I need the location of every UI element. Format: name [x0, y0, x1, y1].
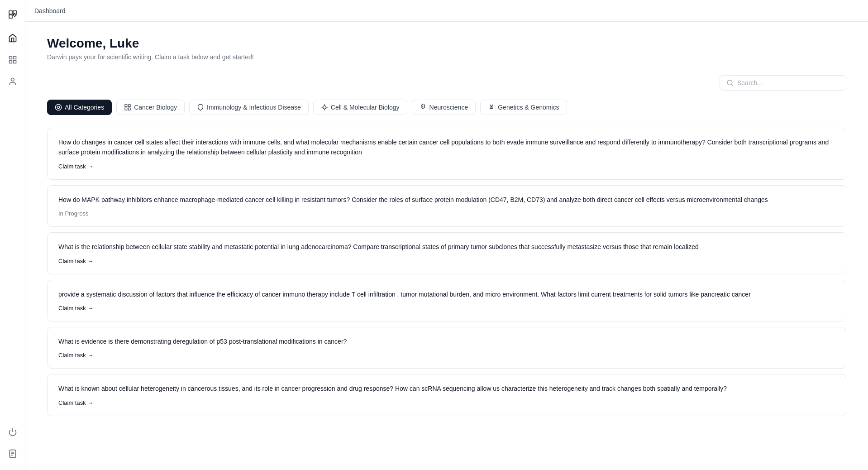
category-filters: All Categories Cancer Biology Immunology… — [47, 100, 846, 115]
content-area: Welcome, Luke Darwin pays your for scien… — [25, 22, 868, 470]
task-text: How do changes in cancer cell states aff… — [58, 137, 835, 158]
sidebar-grid-icon[interactable] — [4, 51, 22, 69]
welcome-subtitle: Darwin pays your for scientific writing.… — [47, 53, 846, 61]
claim-task-link[interactable]: Claim task → — [58, 399, 93, 406]
sidebar-home-icon[interactable] — [4, 29, 22, 47]
category-cell[interactable]: Cell & Molecular Biology — [313, 100, 407, 115]
task-row: How do changes in cancer cell states aff… — [47, 128, 846, 180]
task-text: What is the relationship between cellula… — [58, 242, 835, 252]
category-all-label: All Categories — [65, 104, 104, 111]
task-row: What is the relationship between cellula… — [47, 232, 846, 274]
search-box[interactable]: Search... — [720, 75, 846, 91]
category-cancer-label: Cancer Biology — [134, 104, 177, 111]
svg-point-18 — [323, 106, 326, 109]
sidebar-power-icon[interactable] — [4, 423, 22, 441]
task-row: What is known about cellular heterogenei… — [47, 374, 846, 416]
in-progress-badge: In Progress — [58, 210, 88, 217]
svg-point-10 — [727, 80, 732, 85]
immunology-icon — [197, 104, 204, 111]
category-all[interactable]: All Categories — [47, 100, 112, 115]
svg-point-12 — [55, 104, 61, 110]
logo — [5, 7, 20, 22]
svg-rect-2 — [9, 61, 12, 63]
search-row: Search... — [47, 75, 846, 91]
claim-task-link[interactable]: Claim task → — [58, 258, 93, 264]
task-list: How do changes in cancer cell states aff… — [47, 128, 846, 416]
search-icon — [726, 79, 734, 86]
category-cancer[interactable]: Cancer Biology — [116, 100, 185, 115]
category-neuro-label: Neuroscience — [429, 104, 468, 111]
task-text: What is evidence is there demonstrating … — [58, 336, 835, 346]
category-neuro[interactable]: Neuroscience — [412, 100, 476, 115]
task-text: provide a systematic discussion of facto… — [58, 289, 835, 299]
main-content: Dashboard Welcome, Luke Darwin pays your… — [25, 0, 868, 470]
category-immunology-label: Immunology & Infectious Disease — [207, 104, 301, 111]
svg-rect-16 — [125, 108, 127, 110]
topbar-title: Dashboard — [34, 7, 66, 14]
sidebar — [0, 0, 25, 470]
task-row: provide a systematic discussion of facto… — [47, 280, 846, 321]
svg-rect-0 — [9, 57, 12, 59]
task-row: How do MAPK pathway inhibitors enhance m… — [47, 185, 846, 227]
claim-task-link[interactable]: Claim task → — [58, 352, 93, 359]
svg-line-11 — [731, 84, 733, 86]
claim-task-link[interactable]: Claim task → — [58, 163, 93, 170]
category-genetics-label: Genetics & Genomics — [498, 104, 559, 111]
task-text: How do MAPK pathway inhibitors enhance m… — [58, 195, 835, 205]
task-text: What is known about cellular heterogenei… — [58, 384, 835, 393]
svg-rect-15 — [128, 105, 130, 107]
svg-rect-3 — [13, 61, 16, 63]
sidebar-bottom — [4, 423, 22, 463]
cell-icon — [321, 104, 328, 111]
svg-point-4 — [11, 78, 14, 82]
neuro-icon — [420, 104, 427, 111]
category-cell-label: Cell & Molecular Biology — [331, 104, 400, 111]
task-row: What is evidence is there demonstrating … — [47, 327, 846, 369]
svg-rect-1 — [13, 57, 16, 59]
topbar: Dashboard — [25, 0, 868, 22]
cancer-icon — [124, 104, 131, 111]
svg-rect-17 — [128, 108, 130, 110]
search-placeholder: Search... — [737, 79, 763, 86]
svg-rect-14 — [125, 105, 127, 107]
svg-point-13 — [57, 106, 59, 108]
category-genetics[interactable]: Genetics & Genomics — [480, 100, 567, 115]
category-immunology[interactable]: Immunology & Infectious Disease — [189, 100, 309, 115]
welcome-title: Welcome, Luke — [47, 36, 846, 51]
genetics-icon — [488, 104, 495, 111]
sidebar-user-icon[interactable] — [4, 72, 22, 91]
all-categories-icon — [55, 104, 62, 111]
sidebar-document-icon[interactable] — [4, 445, 22, 463]
claim-task-link[interactable]: Claim task → — [58, 305, 93, 312]
